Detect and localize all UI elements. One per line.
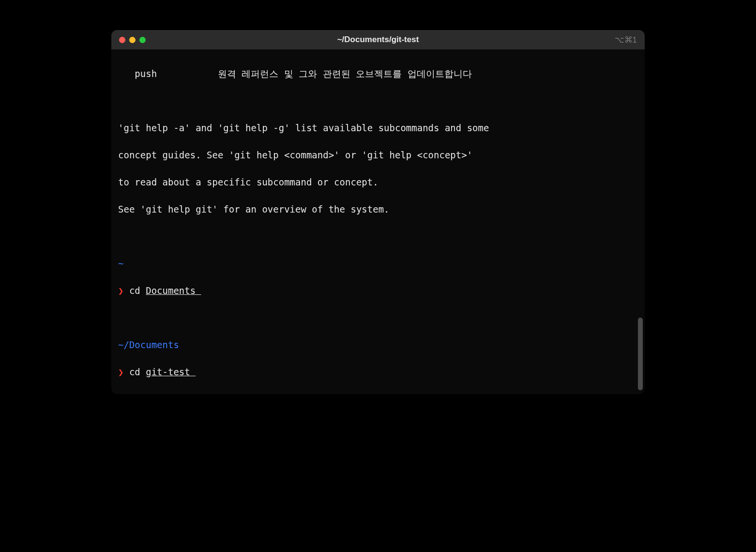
blank-line (118, 94, 638, 107)
traffic-lights (119, 37, 146, 43)
prompt-symbol: ❯ (118, 285, 123, 296)
prompt-path: ~ (118, 257, 638, 270)
prompt-line: ❯ cd git-test (118, 365, 638, 379)
close-button[interactable] (119, 37, 125, 43)
output-line: concept guides. See 'git help <command>'… (118, 148, 638, 162)
command-arg: git-test (146, 367, 196, 377)
window-shortcut-label: ⌥⌘1 (615, 35, 637, 45)
maximize-button[interactable] (139, 37, 146, 43)
window-title: ~/Documents/git-test (337, 35, 419, 45)
command-arg: Documents (146, 285, 201, 296)
command-text: cd (123, 285, 146, 296)
blank-line (118, 392, 638, 394)
output-line: to read about a specific subcommand or c… (118, 175, 638, 189)
title-bar: ~/Documents/git-test ⌥⌘1 (111, 30, 645, 49)
blank-line (118, 311, 638, 324)
command-text: cd (123, 367, 146, 377)
prompt-symbol: ❯ (118, 367, 123, 377)
scrollbar[interactable] (638, 318, 643, 390)
output-line: 'git help -a' and 'git help -g' list ava… (118, 121, 638, 135)
prompt-line: ❯ cd Documents (118, 284, 638, 297)
minimize-button[interactable] (129, 37, 136, 43)
output-line: push 원격 레퍼런스 및 그와 관련된 오브젝트를 업데이트합니다 (118, 67, 638, 80)
blank-line (118, 230, 638, 243)
terminal-window: ~/Documents/git-test ⌥⌘1 push 원격 레퍼런스 및 … (111, 30, 645, 394)
terminal-body[interactable]: push 원격 레퍼런스 및 그와 관련된 오브젝트를 업데이트합니다 'git… (111, 49, 645, 394)
prompt-path: ~/Documents (118, 338, 638, 352)
output-line: See 'git help git' for an overview of th… (118, 202, 638, 216)
